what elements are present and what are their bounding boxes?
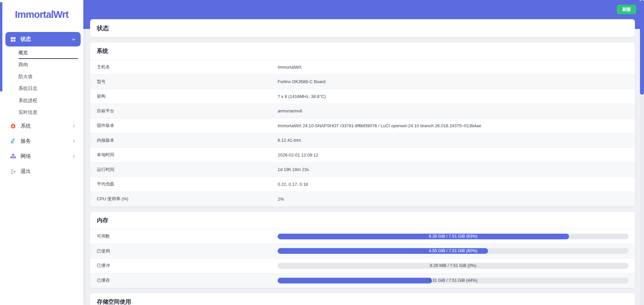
- sidebar-item-label: 退出: [21, 168, 31, 175]
- storage-card-header: 存储空间使用: [90, 293, 635, 305]
- sidebar: ImmortalWrt 状态 概览 路由: [0, 0, 83, 305]
- chevron-down-icon: [71, 37, 76, 42]
- system-section-title: 系统: [97, 47, 108, 55]
- memory-card-header: 内存: [90, 212, 635, 229]
- memory-table: 可用数 6.28 GiB / 7.51 GiB (83%) 已使用 4.55 G…: [90, 229, 635, 288]
- table-row-model: 型号 Forlinx OK3588-C Board: [90, 75, 635, 90]
- memory-row-available: 可用数 6.28 GiB / 7.51 GiB (83%): [90, 229, 635, 244]
- sidebar-subitem-syslog[interactable]: 系统日志: [0, 83, 83, 95]
- memory-row-cached: 已缓存 3.31 GiB / 7.51 GiB (44%): [90, 273, 635, 288]
- memory-available-progressbar: 6.28 GiB / 7.51 GiB (83%): [278, 234, 629, 239]
- memory-cached-progressbar: 3.31 GiB / 7.51 GiB (44%): [278, 278, 629, 283]
- app-root: ImmortalWrt 状态 概览 路由: [0, 0, 644, 305]
- table-row-cpu-usage: CPU 使用率 (%) 2%: [90, 192, 635, 207]
- sidebar-item-system[interactable]: 系统: [0, 118, 81, 134]
- sidebar-nav: 状态 概览 路由 防火墙 系统日志 系统进程 实时信息 系统: [0, 32, 83, 179]
- system-card: 系统 主机名 ImmortalWrt 型号 Forlinx OK3588-C B…: [90, 42, 635, 206]
- network-sitemap-icon: [10, 154, 16, 160]
- page-title: 状态: [97, 24, 109, 32]
- logout-icon: [10, 169, 16, 175]
- chevron-right-icon: [72, 124, 76, 128]
- table-row-uptime: 运行时间 1d 19h 18m 23s: [90, 163, 635, 177]
- page-title-card: 状态: [90, 19, 635, 37]
- status-submenu: 概览 路由 防火墙 系统日志 系统进程 实时信息: [0, 46, 83, 118]
- memory-card: 内存 可用数 6.28 GiB / 7.51 GiB (83%) 已使用: [90, 212, 635, 288]
- table-row-target-platform: 目标平台 armsr/armv8: [90, 104, 635, 119]
- main-area: 刷新 状态 系统 主机名 ImmortalWrt 型号: [83, 0, 644, 305]
- table-row-firmware-version: 固件版本 ImmortalWrt 24.10-SNAPSHOT r33781-8…: [90, 118, 635, 133]
- sidebar-subitem-processes[interactable]: 系统进程: [0, 95, 83, 107]
- chevron-right-icon: [72, 139, 76, 143]
- system-table: 主机名 ImmortalWrt 型号 Forlinx OK3588-C Boar…: [90, 60, 635, 206]
- table-row-kernel-version: 内核版本 6.12.41-trim: [90, 133, 635, 148]
- memory-row-buffered: 已缓冲 9.29 MiB / 7.51 GiB (0%): [90, 259, 635, 273]
- app-logo: ImmortalWrt: [0, 0, 83, 29]
- sidebar-item-status[interactable]: 状态: [5, 32, 81, 46]
- memory-section-title: 内存: [97, 216, 108, 224]
- table-row-architecture: 架构 ? x 8 (1416MHz, 38.8°C): [90, 89, 635, 104]
- sidebar-item-label: 网络: [21, 153, 31, 160]
- sidebar-subitem-routes[interactable]: 路由: [0, 59, 83, 71]
- sidebar-item-label: 系统: [21, 123, 31, 130]
- sidebar-item-label: 状态: [21, 36, 31, 43]
- memory-used-progressbar: 4.55 GiB / 7.51 GiB (60%): [278, 248, 629, 254]
- storage-section-title: 存储空间使用: [97, 298, 131, 305]
- memory-row-used: 已使用 4.55 GiB / 7.51 GiB (60%): [90, 244, 635, 259]
- double-gear-icon: [10, 138, 16, 144]
- page-scrollbar-track[interactable]: [640, 0, 644, 305]
- gear-icon: [10, 123, 16, 129]
- system-card-header: 系统: [90, 42, 635, 60]
- sidebar-item-network[interactable]: 网络: [0, 149, 81, 164]
- table-row-load-average: 平均负载 0.22, 0.17, 0.18: [90, 177, 635, 192]
- chevron-right-icon: [72, 154, 76, 159]
- sidebar-subitem-overview[interactable]: 概览: [0, 47, 83, 59]
- sidebar-item-services[interactable]: 服务: [0, 134, 81, 149]
- storage-card: 存储空间使用: [90, 293, 635, 305]
- sidebar-subitem-firewall[interactable]: 防火墙: [0, 71, 83, 83]
- sidebar-subitem-realtime[interactable]: 实时信息: [0, 107, 83, 119]
- table-row-hostname: 主机名 ImmortalWrt: [90, 60, 635, 75]
- sidebar-item-label: 服务: [21, 138, 31, 145]
- dashboard-grid-icon: [10, 36, 16, 42]
- table-row-local-time: 本地时间 2026-02-01 12:09:12: [90, 148, 635, 163]
- page-scrollbar-thumb[interactable]: [640, 0, 644, 95]
- content: 状态 系统 主机名 ImmortalWrt 型号 Forlinx OK3588-…: [83, 0, 644, 305]
- sidebar-item-logout[interactable]: 退出: [0, 164, 81, 179]
- memory-buffered-progressbar: 9.29 MiB / 7.51 GiB (0%): [278, 263, 629, 269]
